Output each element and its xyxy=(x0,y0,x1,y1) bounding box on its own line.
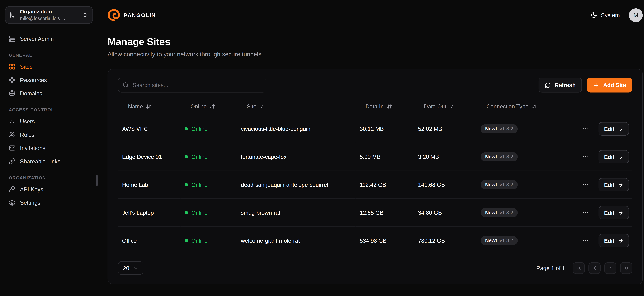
waypoints-icon xyxy=(9,77,16,84)
row-menu-button[interactable] xyxy=(581,180,590,189)
moon-icon xyxy=(590,12,597,18)
cell-actions: Edit xyxy=(566,226,632,254)
plus-icon xyxy=(593,82,600,88)
theme-toggle-button[interactable]: System xyxy=(590,12,620,18)
table-row: Home Lab Online dead-san-joaquin-antelop… xyxy=(118,171,632,198)
user-icon xyxy=(9,118,16,125)
pagination: Page 1 of 1 xyxy=(536,262,632,274)
sidebar-item-label: Server Admin xyxy=(20,36,54,42)
cell-actions: Edit xyxy=(566,171,632,198)
search-box xyxy=(118,78,266,92)
cell-online: Online xyxy=(180,115,237,143)
cell-data-out: 3.20 MB xyxy=(414,143,476,171)
cell-data-out: 34.80 GB xyxy=(414,198,476,226)
sort-icon xyxy=(146,104,151,109)
arrow-right-icon xyxy=(618,154,624,160)
sort-icon xyxy=(386,104,392,109)
refresh-button[interactable]: Refresh xyxy=(538,78,582,92)
cell-site: welcome-giant-mole-rat xyxy=(237,226,356,254)
cell-site: smug-brown-rat xyxy=(237,198,356,226)
cell-connection-type: Newt v1.3.2 xyxy=(476,171,566,198)
add-site-button[interactable]: Add Site xyxy=(587,78,632,92)
row-menu-button[interactable] xyxy=(581,208,590,217)
connection-badge: Newt v1.3.2 xyxy=(480,152,518,161)
search-input[interactable] xyxy=(118,78,266,92)
sidebar-item-api-keys[interactable]: API Keys xyxy=(5,183,93,196)
sidebar-item-sites[interactable]: Sites xyxy=(5,60,93,74)
page-subtitle: Allow connectivity to your network throu… xyxy=(108,51,643,58)
row-menu-button[interactable] xyxy=(581,125,590,133)
next-page-button[interactable] xyxy=(604,262,616,274)
edit-button[interactable]: Edit xyxy=(599,150,629,164)
row-menu-button[interactable] xyxy=(581,236,590,245)
first-page-button[interactable] xyxy=(573,262,585,274)
sidebar-item-users[interactable]: Users xyxy=(5,115,93,128)
arrow-right-icon xyxy=(618,182,624,188)
chevron-right-icon xyxy=(608,265,613,271)
link-icon xyxy=(9,158,16,165)
sort-icon xyxy=(210,104,215,109)
ellipsis-icon xyxy=(582,154,589,160)
main-area: PANGOLIN System M Manage Sites Allow con… xyxy=(98,0,644,296)
connection-badge: Newt v1.3.2 xyxy=(480,180,518,189)
edit-button[interactable]: Edit xyxy=(599,206,629,219)
server-icon xyxy=(9,36,16,42)
page-size-select[interactable]: 20 xyxy=(118,261,143,275)
previous-page-button[interactable] xyxy=(588,262,600,274)
sidebar-item-label: Shareable Links xyxy=(20,158,60,164)
sidebar-item-roles[interactable]: Roles xyxy=(5,128,93,142)
chevron-down-icon xyxy=(133,265,138,271)
column-header-online[interactable]: Online xyxy=(180,98,237,115)
sidebar-item-label: Roles xyxy=(20,132,34,138)
cell-site: dead-san-joaquin-antelope-squirrel xyxy=(237,171,356,198)
section-label-access-control: ACCESS CONTROL xyxy=(9,107,89,112)
chevrons-left-icon xyxy=(576,265,582,271)
avatar-initial: M xyxy=(634,12,638,18)
search-icon xyxy=(122,82,129,88)
column-header-data-out[interactable]: Data Out xyxy=(414,98,476,115)
cell-data-in: 112.42 GB xyxy=(356,171,414,198)
cell-online: Online xyxy=(180,226,237,254)
sort-icon xyxy=(260,104,265,109)
online-dot xyxy=(185,183,188,186)
org-selector[interactable]: Organization milo@fossorial.io's ... xyxy=(5,6,93,24)
table-body: AWS VPC Online vivacious-little-blue-pen… xyxy=(118,115,632,254)
edit-button[interactable]: Edit xyxy=(599,122,629,136)
arrow-right-icon xyxy=(618,126,624,132)
column-header-name[interactable]: Name xyxy=(118,98,180,115)
brand-name: PANGOLIN xyxy=(124,12,156,18)
sidebar-item-server-admin[interactable]: Server Admin xyxy=(5,32,93,46)
sidebar: Organization milo@fossorial.io's ... Ser… xyxy=(0,0,98,296)
sidebar-item-invitations[interactable]: Invitations xyxy=(5,141,93,155)
section-label-general: GENERAL xyxy=(9,52,89,58)
avatar[interactable]: M xyxy=(629,8,643,22)
cell-actions: Edit xyxy=(566,143,632,171)
page-title: Manage Sites xyxy=(108,36,643,48)
building-icon xyxy=(10,12,16,18)
sidebar-scrollbar-thumb[interactable] xyxy=(96,175,98,186)
cell-actions: Edit xyxy=(566,198,632,226)
theme-label: System xyxy=(601,12,620,18)
row-menu-button[interactable] xyxy=(581,153,590,161)
sidebar-item-domains[interactable]: Domains xyxy=(5,87,93,100)
online-dot xyxy=(185,211,188,214)
topbar: PANGOLIN System M xyxy=(98,0,644,30)
cell-online: Online xyxy=(180,198,237,226)
last-page-button[interactable] xyxy=(620,262,632,274)
table-row: Jeff's Laptop Online smug-brown-rat 12.6… xyxy=(118,198,632,226)
online-dot xyxy=(185,127,188,130)
edit-button[interactable]: Edit xyxy=(599,178,629,192)
users-icon xyxy=(9,132,16,138)
arrow-right-icon xyxy=(618,210,624,216)
sort-icon xyxy=(532,104,537,109)
sidebar-item-resources[interactable]: Resources xyxy=(5,74,93,87)
column-header-site[interactable]: Site xyxy=(237,98,356,115)
sidebar-item-shareable-links[interactable]: Shareable Links xyxy=(5,155,93,168)
column-header-connection-type[interactable]: Connection Type xyxy=(476,98,566,115)
column-header-actions xyxy=(566,98,632,115)
sidebar-item-label: API Keys xyxy=(20,186,43,192)
column-header-data-in[interactable]: Data In xyxy=(356,98,414,115)
sites-table: Name Online Site xyxy=(118,98,632,254)
sidebar-item-settings[interactable]: Settings xyxy=(5,196,93,209)
edit-button[interactable]: Edit xyxy=(599,234,629,247)
